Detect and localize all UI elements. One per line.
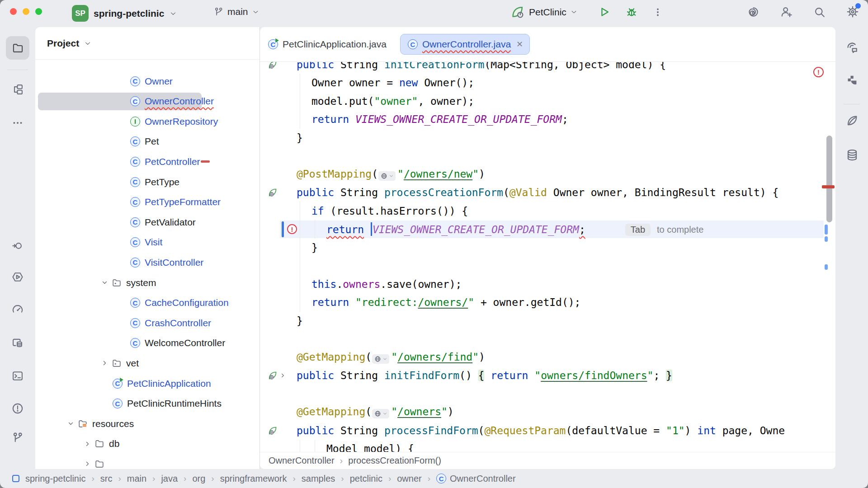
code-line[interactable] [260,385,835,403]
code-line[interactable]: public String processCreationForm(@Valid… [260,183,835,202]
tree-item-pettype[interactable]: CPetType [35,172,259,192]
tree-item-petclinicapplication[interactable]: CPetClinicApplication [35,373,259,394]
run-configuration[interactable]: PetClinic [529,7,566,18]
debug-button[interactable] [625,5,638,19]
code-line[interactable]: @PostMapping("/owners/new") [260,165,835,183]
tree-item-owner[interactable]: COwner [35,71,259,91]
code-line[interactable] [260,147,835,165]
url-inlay-hint[interactable] [372,354,389,364]
chevron-right-icon[interactable] [83,440,92,448]
branch-widget[interactable]: main [213,6,259,17]
code-line[interactable]: @GetMapping("/owners") [260,403,835,422]
inspections-error-widget[interactable]: ! [813,67,824,77]
change-stripe-mark[interactable] [825,225,828,235]
close-window-button[interactable] [10,8,17,15]
chevron-right-icon[interactable] [83,460,92,468]
tab-ownercontroller[interactable]: C OwnerController.java ✕ [400,34,530,55]
code-line[interactable]: Owner owner = new Owner(); [260,74,835,92]
tree-item-petclinicruntimehints[interactable]: CPetClinicRuntimeHints [35,394,259,414]
more-actions-icon[interactable] [651,5,665,19]
status-path-item[interactable]: java [161,474,178,484]
code-line[interactable]: !return VIEWS_OWNER_CREATE_OR_UPDATE_FOR… [260,220,835,239]
code-line[interactable]: } [260,311,835,330]
zoom-window-button[interactable] [35,8,42,15]
tree-item-cacheconfiguration[interactable]: CCacheConfiguration [35,293,259,313]
structure-icon[interactable] [6,78,29,101]
status-path-item[interactable]: samples [302,474,335,484]
tree-item-ownerrepository[interactable]: IOwnerRepository [35,111,259,131]
error-stripe-mark[interactable] [822,185,835,188]
devices-database-icon[interactable] [6,331,29,355]
code-line[interactable] [260,257,835,275]
code-line[interactable]: this.owners.save(owner); [260,275,835,293]
chevron-down-icon[interactable] [570,8,578,16]
more-tool-windows-icon[interactable] [6,111,29,135]
version-control-icon[interactable] [6,426,29,450]
search-icon[interactable] [813,5,826,19]
code-editor[interactable]: public String initCreationForm(Map<Strin… [260,62,835,452]
commit-icon[interactable] [6,234,29,258]
chevron-down-icon[interactable] [66,419,75,428]
editor-scrollbar[interactable] [826,136,832,222]
chevron-down-icon[interactable] [100,278,109,287]
tree-item-welcomecontroller[interactable]: CWelcomeController [35,333,259,353]
tree-item-visitcontroller[interactable]: CVisitController [35,252,259,272]
code-line[interactable]: model.put("owner", owner); [260,92,835,110]
code-line[interactable]: } [260,238,835,257]
ai-assistant-icon[interactable] [747,5,760,19]
status-path-item[interactable]: spring-petclinic [25,474,85,484]
status-path-item[interactable]: org [192,474,205,484]
settings-icon[interactable] [846,5,859,19]
add-user-icon[interactable] [780,5,793,19]
status-path-item[interactable]: owner [397,474,421,484]
project-folder-icon[interactable] [6,36,29,60]
status-path-item[interactable]: petclinic [350,474,382,484]
tree-item-partial[interactable] [35,454,259,469]
change-stripe-mark[interactable] [825,236,828,242]
code-line[interactable]: return "redirect:/owners/" + owner.getId… [260,293,835,312]
tree-item-petcontroller[interactable]: CPetController [35,151,259,172]
tree-item-db[interactable]: db [35,434,259,454]
ai-chat-icon[interactable] [844,40,860,55]
breadcrumb-method[interactable]: processCreationForm() [348,455,441,466]
code-line[interactable]: Model model) { [260,440,835,452]
chevron-right-icon[interactable] [100,359,109,367]
status-path-item[interactable]: springframework [220,474,287,484]
terminal-icon[interactable] [6,364,29,388]
project-widget[interactable]: SP spring-petclinic [72,5,177,22]
close-tab-icon[interactable]: ✕ [516,39,523,49]
url-inlay-hint[interactable] [372,409,389,418]
problems-icon[interactable] [6,397,29,420]
code-line[interactable]: } [260,128,835,147]
run-button[interactable] [598,5,611,19]
tab-petclinicapplication[interactable]: C PetClinicApplication.java [268,39,387,50]
code-line[interactable]: @GetMapping("/owners/find") [260,348,835,366]
code-line[interactable]: public String initFindForm() { return "o… [260,366,835,385]
url-inlay-hint[interactable] [378,171,396,181]
tree-item-ownercontroller[interactable]: COwnerController [35,91,259,112]
status-path-class[interactable]: COwnerController [436,474,516,484]
tree-item-pet[interactable]: CPet [35,131,259,152]
code-line[interactable]: public String processFindForm(@RequestPa… [260,421,835,440]
meters-icon[interactable] [6,298,29,321]
tree-item-system[interactable]: system [35,272,259,293]
code-line[interactable]: public String initCreationForm(Map<Strin… [260,62,835,74]
change-stripe-mark[interactable] [825,264,828,270]
breadcrumb-class[interactable]: OwnerController [269,455,335,466]
minimize-window-button[interactable] [23,8,29,15]
code-line[interactable] [260,330,835,348]
tree-item-resources[interactable]: resources [35,413,259,434]
tree-item-vet[interactable]: vet [35,353,259,373]
tree-item-crashcontroller[interactable]: CCrashController [35,313,259,333]
tree-item-petvalidator[interactable]: CPetValidator [35,212,259,232]
tree-item-visit[interactable]: CVisit [35,232,259,253]
tree-item-pettypeformatter[interactable]: CPetTypeFormatter [35,192,259,212]
services-icon[interactable] [6,265,29,289]
spring-icon[interactable] [844,113,860,128]
code-line[interactable]: return VIEWS_OWNER_CREATE_OR_UPDATE_FORM… [260,110,835,129]
project-panel-header[interactable]: Project [35,27,259,60]
code-line[interactable]: if (result.hasErrors()) { [260,202,835,220]
gradle-icon[interactable] [844,72,860,88]
status-path-item[interactable]: src [100,474,113,484]
database-icon[interactable] [844,147,860,163]
